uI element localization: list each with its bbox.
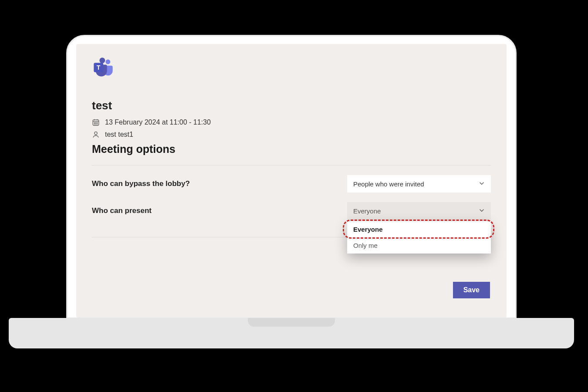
laptop-notch: [248, 318, 335, 327]
chevron-down-icon: [479, 207, 485, 215]
section-heading: Meeting options: [92, 143, 491, 155]
svg-point-11: [94, 124, 95, 124]
meeting-title: test: [92, 99, 491, 112]
can-present-value: Everyone: [353, 207, 381, 215]
meeting-organizer-text: test test1: [105, 131, 133, 139]
dropdown-option-everyone[interactable]: Everyone: [347, 221, 491, 237]
can-present-select-wrapper: Everyone Everyone Only me: [347, 202, 491, 220]
laptop-frame: T test 13 February 2024 at 11: [66, 35, 517, 319]
app-screen: T test 13 February 2024 at 11: [76, 44, 507, 318]
can-present-label: Who can present: [92, 206, 152, 215]
chevron-down-icon: [479, 180, 485, 188]
svg-point-14: [95, 132, 97, 135]
bypass-lobby-select[interactable]: People who were invited: [347, 175, 491, 193]
bypass-lobby-label: Who can bypass the lobby?: [92, 179, 190, 188]
meeting-datetime-text: 13 February 2024 at 11:00 - 11:30: [105, 118, 211, 126]
option-row-bypass-lobby: Who can bypass the lobby? People who wer…: [92, 175, 491, 193]
save-button[interactable]: Save: [453, 282, 490, 298]
svg-point-13: [97, 124, 98, 124]
bypass-lobby-value: People who were invited: [353, 180, 424, 188]
svg-point-0: [105, 60, 110, 64]
svg-point-10: [97, 122, 98, 123]
meeting-datetime-row: 13 February 2024 at 11:00 - 11:30: [92, 118, 491, 126]
dropdown-option-only-me[interactable]: Only me: [347, 237, 491, 253]
svg-point-12: [95, 124, 96, 124]
option-row-can-present: Who can present Everyone Everyone Only m…: [92, 202, 491, 220]
divider: [92, 165, 491, 166]
svg-point-1: [99, 57, 105, 63]
teams-logo-icon: T: [92, 56, 115, 79]
svg-text:T: T: [97, 64, 101, 71]
laptop-base: [9, 318, 574, 348]
svg-point-9: [95, 122, 96, 123]
can-present-select[interactable]: Everyone: [347, 202, 491, 220]
person-icon: [92, 131, 100, 139]
calendar-icon: [92, 118, 100, 126]
can-present-dropdown: Everyone Only me: [347, 221, 491, 253]
meeting-organizer-row: test test1: [92, 131, 491, 139]
svg-point-8: [94, 122, 95, 123]
